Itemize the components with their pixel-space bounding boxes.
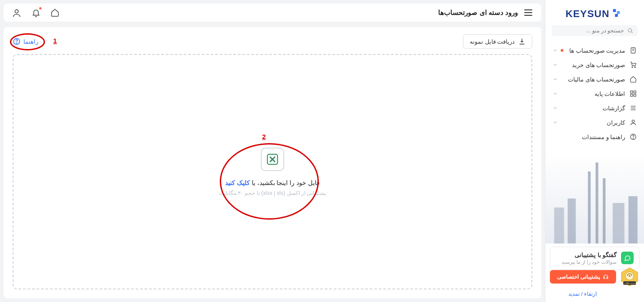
svg-point-8 [632,67,633,68]
logo: KEYSUN [545,0,644,25]
svg-rect-12 [630,94,633,96]
help-icon [630,133,637,140]
sidebar: KEYSUN مدیریت صورتحساب ها [545,0,644,302]
headset-icon [603,274,609,280]
menu-users[interactable]: کاربران [545,115,644,130]
menu-label: مدیریت صورتحساب ها [569,47,625,54]
notification-dot [39,7,41,9]
svg-rect-10 [630,91,633,93]
file-dropzone[interactable]: فایل خود را اینجا بکشید، یا کلیک کنید پش… [13,54,532,289]
topbar: ورود دسته ای صورتحساب‌ها [4,4,541,22]
menu-label: راهنما و مستندات [582,134,625,140]
notification-dot [561,49,563,52]
dropzone-subtext: پشتیبانی از اکسل (xlsx | xls) تا حجم ۳۰ … [219,190,326,196]
chevron-down-icon [553,77,558,82]
doc-icon [630,47,637,54]
menu-label: کاربران [607,119,625,126]
hamburger-icon[interactable] [524,9,532,16]
svg-point-17 [632,120,634,122]
chevron-down-icon [553,48,558,53]
main: ورود دسته ای صورتحساب‌ها دریافت فایل نمو… [0,0,545,302]
menu-invoices[interactable]: مدیریت صورتحساب ها [545,43,644,58]
excel-icon [261,148,284,171]
renew-link[interactable]: ارتقاء / تمدید [568,291,597,297]
menu-label: صورتحساب های خرید [572,62,625,68]
menu-purchase[interactable]: صورتحساب های خرید [545,58,644,72]
svg-rect-13 [634,94,636,96]
menu-basic[interactable]: اطلاعات پایه [545,86,644,101]
brand-name: KEYSUN [566,8,610,20]
chevron-down-icon [553,91,558,96]
search-box[interactable] [552,25,638,36]
page-title: ورود دسته ای صورتحساب‌ها [438,9,518,17]
svg-point-32 [15,10,18,13]
chevron-down-icon [553,62,558,68]
download-sample-button[interactable]: دریافت فایل نمونه [463,34,532,49]
svg-rect-1 [617,11,620,14]
logo-icon [612,8,624,20]
svg-rect-0 [613,9,617,12]
support-title: گفتگو با پشتیبانی [562,252,617,258]
search-icon [627,27,633,34]
user-icon[interactable] [13,8,22,17]
menu-tax[interactable]: صورتحساب های مالیات [545,72,644,86]
dedicated-support-button[interactable]: پشتیبانی اختصاصی [550,270,616,284]
download-icon [518,38,526,45]
chevron-down-icon [553,120,558,125]
help-icon [13,37,21,45]
svg-point-19 [633,138,633,139]
svg-rect-11 [634,91,636,93]
svg-text:بسته طلایی: بسته طلایی [624,282,635,284]
svg-point-29 [629,275,630,277]
menu-help[interactable]: راهنما و مستندات [545,130,644,144]
svg-point-3 [628,29,632,32]
svg-line-4 [631,32,632,33]
bell-icon[interactable] [32,8,41,17]
svg-rect-2 [615,14,618,17]
content-card: دریافت فایل نمونه راهنما فایل خود را این… [4,27,541,298]
menu-label: گزارشات [603,105,625,112]
menu-label: اطلاعات پایه [594,90,625,97]
support-subtitle: سوالات خود را از ما بپرسید [562,259,617,265]
search-input[interactable] [556,27,624,34]
svg-point-9 [635,67,635,68]
user-icon [630,119,637,126]
help-link[interactable]: راهنما [13,37,38,45]
list-icon [630,104,637,112]
chat-icon [621,252,634,264]
menu-label: صورتحساب های مالیات [568,76,625,83]
chevron-down-icon [553,105,558,111]
dropzone-text: فایل خود را اینجا بکشید، یا کلیک کنید [225,179,319,186]
gold-badge: بسته طلایی [620,267,639,287]
cart-icon [630,61,637,68]
dropzone-click[interactable]: کلیک کنید [225,180,250,186]
menu-reports[interactable]: گزارشات [545,101,644,115]
support-box[interactable]: گفتگو با پشتیبانی سوالات خود را از ما بپ… [550,247,639,270]
grid-icon [630,90,637,97]
home-icon [630,76,637,83]
svg-point-34 [16,43,17,43]
home-icon[interactable] [50,8,59,17]
